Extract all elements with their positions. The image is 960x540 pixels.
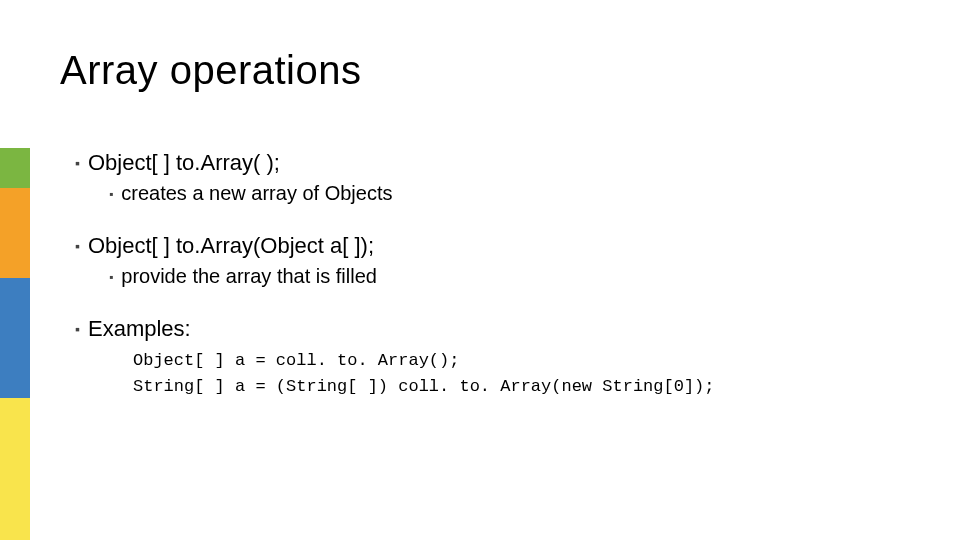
bullet-text: Object[ ] to.Array(Object a[ ]); — [88, 233, 374, 258]
sub-bullet-text: provide the array that is filled — [121, 265, 377, 287]
code-block: Object[ ] a = coll. to. Array(); String[… — [133, 348, 920, 399]
bullet-item: Object[ ] to.Array( ); — [75, 150, 920, 176]
sub-bullet-item: creates a new array of Objects — [109, 182, 920, 205]
slide: Array operations Object[ ] to.Array( ); … — [0, 0, 960, 540]
bullet-item: Examples: — [75, 316, 920, 342]
accent-strip — [0, 148, 30, 540]
accent-segment — [0, 398, 30, 540]
sub-bullet-text: creates a new array of Objects — [121, 182, 392, 204]
bullet-item: Object[ ] to.Array(Object a[ ]); — [75, 233, 920, 259]
code-line: String[ ] a = (String[ ]) coll. to. Arra… — [133, 377, 715, 396]
bullet-text: Examples: — [88, 316, 191, 341]
bullet-text: Object[ ] to.Array( ); — [88, 150, 280, 175]
accent-segment — [0, 148, 30, 188]
sub-bullet-item: provide the array that is filled — [109, 265, 920, 288]
code-line: Object[ ] a = coll. to. Array(); — [133, 351, 459, 370]
accent-segment — [0, 188, 30, 278]
slide-content: Object[ ] to.Array( ); creates a new arr… — [75, 150, 920, 399]
accent-segment — [0, 278, 30, 398]
slide-title: Array operations — [60, 48, 361, 93]
